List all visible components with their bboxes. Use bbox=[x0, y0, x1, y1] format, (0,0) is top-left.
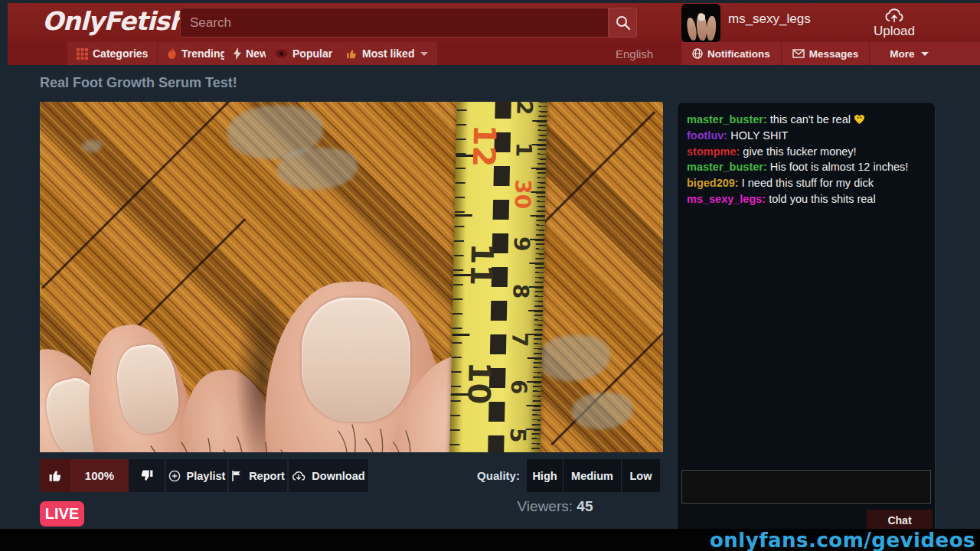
nav-messages-label: Messages bbox=[809, 48, 859, 60]
quality-label: Quality: bbox=[475, 459, 522, 492]
nav-more[interactable]: More bbox=[870, 42, 948, 65]
like-percentage: 100% bbox=[70, 459, 129, 492]
language-selector[interactable]: English bbox=[606, 42, 662, 65]
nav-popular-label: Popular bbox=[292, 47, 332, 60]
chevron-down-icon bbox=[921, 52, 929, 56]
viewers-label: Viewers: bbox=[518, 498, 573, 514]
quality-low-button[interactable]: Low bbox=[622, 459, 660, 492]
flame-icon bbox=[167, 47, 177, 60]
playlist-button[interactable]: Playlist bbox=[166, 459, 227, 492]
download-button[interactable]: Download bbox=[289, 459, 368, 492]
chat-username[interactable]: master_buster: bbox=[687, 161, 767, 173]
live-badge: LIVE bbox=[40, 501, 84, 527]
upload-button[interactable]: Upload bbox=[856, 3, 933, 43]
nav-bar: Categories Trending New Popular bbox=[8, 42, 980, 65]
chat-username[interactable]: master_buster: bbox=[687, 113, 767, 126]
chat-text: give this fucker money! bbox=[743, 145, 856, 158]
tape-number-cm: 7 bbox=[508, 316, 531, 363]
nav-new-label: New bbox=[246, 47, 268, 60]
chat-message: master_buster: this can't be real bbox=[687, 112, 927, 128]
quality-high-button[interactable]: High bbox=[527, 459, 564, 492]
nav-most-liked-label: Most liked bbox=[362, 47, 414, 60]
chat-text: this can't be real bbox=[770, 113, 851, 126]
viewers-number: 45 bbox=[577, 498, 593, 514]
measuring-tape: 12 11 10 2 1 30 9 8 7 6 5 bbox=[449, 102, 547, 452]
thumb-up-icon bbox=[48, 468, 63, 483]
watermark: onlyfans.com/gevideos bbox=[710, 529, 975, 551]
playlist-label: Playlist bbox=[187, 470, 226, 482]
viewer-count: Viewers: 45 bbox=[467, 498, 643, 515]
chat-send-button[interactable]: Chat bbox=[867, 510, 933, 530]
nav-notifications-label: Notifications bbox=[707, 48, 770, 60]
chat-panel: master_buster: this can't be real footlu… bbox=[677, 102, 936, 530]
yellow-heart-emoji bbox=[854, 114, 865, 125]
search-button[interactable] bbox=[609, 8, 637, 37]
bottom-bar: onlyfans.com/gevideos bbox=[0, 529, 980, 551]
grid-icon bbox=[77, 48, 88, 60]
chat-messages: master_buster: this can't be real footlu… bbox=[687, 112, 927, 207]
download-label: Download bbox=[312, 470, 364, 482]
search-input[interactable] bbox=[180, 8, 609, 37]
chat-message: master_buster: His foot is almost 12 inc… bbox=[687, 159, 927, 175]
tape-number-inch: 12 bbox=[467, 111, 502, 181]
search-icon bbox=[615, 15, 632, 31]
eye-icon bbox=[275, 49, 288, 58]
nav-categories-label: Categories bbox=[93, 47, 148, 60]
tape-number-cm: 5 bbox=[505, 412, 529, 452]
nav-more-label: More bbox=[890, 48, 914, 60]
nav-trending-label: Trending bbox=[181, 47, 227, 60]
big-toenail bbox=[302, 298, 410, 422]
site-logo[interactable]: OnlyFetish bbox=[42, 6, 186, 36]
header: OnlyFetish ms_sexy_legs Upload bbox=[8, 3, 980, 65]
quality-medium-button[interactable]: Medium bbox=[564, 459, 622, 492]
thumb-up-icon bbox=[346, 48, 358, 60]
page: OnlyFetish ms_sexy_legs Upload bbox=[0, 0, 980, 551]
report-button[interactable]: Report bbox=[229, 459, 287, 492]
like-button[interactable] bbox=[40, 459, 70, 492]
chat-input[interactable] bbox=[681, 470, 931, 504]
chat-message: stompme: give this fucker money! bbox=[687, 144, 927, 160]
chevron-down-icon bbox=[420, 52, 428, 56]
user-avatar[interactable] bbox=[681, 4, 720, 42]
tape-number-cm: 6 bbox=[506, 364, 530, 410]
nav-categories[interactable]: Categories bbox=[67, 42, 157, 65]
chat-message: biged209: I need this stuff for my dick bbox=[687, 175, 927, 191]
upload-label: Upload bbox=[874, 24, 915, 39]
globe-icon bbox=[692, 48, 703, 59]
nav-messages[interactable]: Messages bbox=[782, 42, 871, 65]
tape-number-cm: 1 bbox=[511, 126, 535, 173]
envelope-icon bbox=[792, 49, 805, 58]
dislike-button[interactable] bbox=[129, 459, 165, 492]
chat-username[interactable]: stompme: bbox=[687, 145, 740, 158]
chat-text: told you this shits real bbox=[769, 193, 875, 205]
chat-username[interactable]: footluv: bbox=[687, 129, 727, 142]
nav-most-liked[interactable]: Most liked bbox=[337, 42, 437, 65]
video-player[interactable]: 12 11 10 2 1 30 9 8 7 6 5 bbox=[40, 102, 663, 452]
thumb-down-icon bbox=[139, 468, 154, 483]
video-title: Real Foot Growth Serum Test! bbox=[40, 75, 237, 91]
username-label[interactable]: ms_sexy_legs bbox=[728, 11, 811, 27]
language-label: English bbox=[616, 47, 653, 60]
nav-notifications[interactable]: Notifications bbox=[681, 42, 782, 65]
upload-cloud-icon bbox=[884, 8, 904, 23]
chat-text: I need this stuff for my dick bbox=[742, 177, 874, 189]
chat-username[interactable]: ms_sexy_legs: bbox=[687, 193, 766, 205]
chat-text: HOLY SHIT bbox=[730, 129, 788, 142]
plus-circle-icon bbox=[168, 470, 181, 482]
tape-number-cm: 8 bbox=[508, 268, 532, 315]
report-label: Report bbox=[249, 470, 285, 482]
account-nav-group: Notifications Messages More bbox=[681, 42, 980, 65]
bolt-icon bbox=[234, 47, 241, 60]
flag-icon bbox=[231, 470, 243, 482]
tape-number-cm: 30 bbox=[511, 171, 534, 217]
tape-number-inch: 10 bbox=[462, 348, 497, 418]
chat-text: His foot is almost 12 inches! bbox=[770, 161, 909, 173]
toe-hair bbox=[109, 408, 461, 452]
tape-number-cm: 9 bbox=[509, 220, 533, 267]
cloud-download-icon bbox=[292, 470, 305, 481]
chat-username[interactable]: biged209: bbox=[687, 177, 739, 189]
chat-message: footluv: HOLY SHIT bbox=[687, 128, 927, 144]
chat-message: ms_sexy_legs: told you this shits real bbox=[687, 191, 927, 207]
tape-number-inch: 11 bbox=[464, 230, 499, 299]
